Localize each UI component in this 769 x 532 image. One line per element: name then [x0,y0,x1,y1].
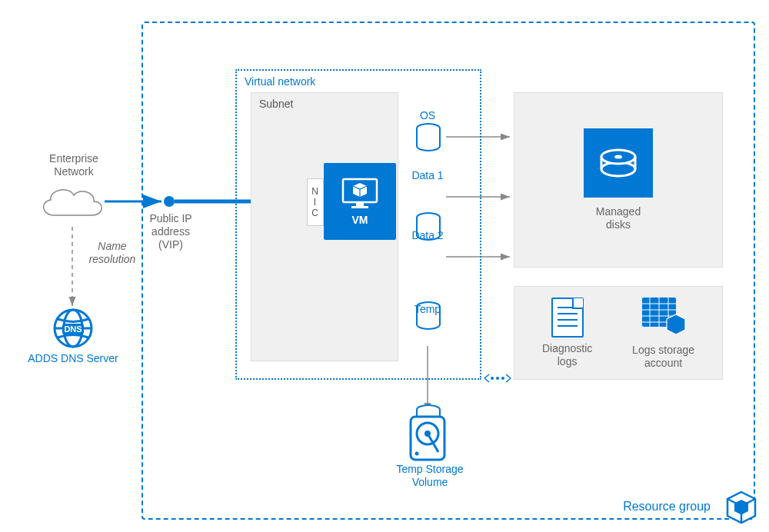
svg-rect-17 [351,206,368,208]
disk-os-label: OS [408,109,448,122]
nic-label: N I C [311,186,319,218]
resource-group-label: Resource group [623,500,711,514]
logs-storage-label: Logs storage account [632,344,694,370]
dns-globe-icon: DNS [52,308,94,349]
temp-storage-icon [408,415,448,461]
resource-group-cube-icon [723,489,760,526]
disk-os-icon [415,123,441,152]
enterprise-cloud-icon [35,183,106,223]
diagnostic-logs-icon [551,298,584,337]
subnet-label: Subnet [259,98,293,110]
dns-server-label: ADDS DNS Server [23,352,123,365]
svg-rect-16 [356,202,364,206]
disk-temp-label: Temp [404,303,451,316]
managed-disks-box: Managed disks [514,92,723,268]
diagnostic-logs-label: Diagnostic logs [542,342,592,368]
managed-disks-icon [584,128,653,198]
svg-point-36 [415,452,419,456]
managed-disks-label: Managed disks [596,205,641,231]
vm-monitor-icon [341,177,379,211]
name-resolution-label: Name resolution [82,240,143,266]
virtual-network-label: Virtual network [245,75,315,88]
dns-badge-text: DNS [64,324,82,334]
disk-data1-label: Data 1 [404,169,451,182]
vm-label: VM [352,214,368,226]
temp-storage-label: Temp Storage Volume [388,463,472,489]
nic-tab: N I C [307,178,324,226]
vm-box: N I C VM [324,163,396,240]
disk-data2-label: Data 2 [404,229,451,242]
enterprise-network-label: Enterprise Network [35,152,112,178]
logs-storage-icon [641,296,687,339]
logs-box: Diagnostic logs Logs storage account [514,286,723,380]
svg-point-24 [614,155,622,159]
